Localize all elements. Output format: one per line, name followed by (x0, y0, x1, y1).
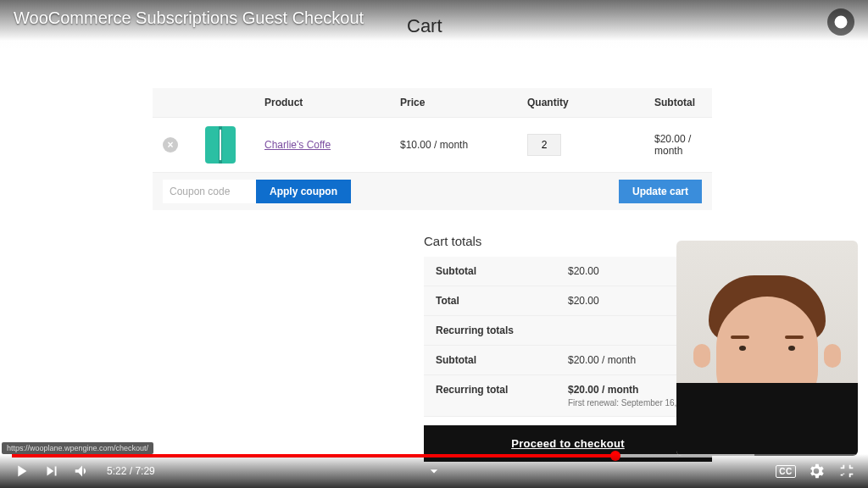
total-label: Total (436, 295, 568, 307)
play-button[interactable] (12, 462, 31, 480)
presenter-webcam (676, 241, 858, 456)
product-thumbnail[interactable] (205, 126, 236, 164)
product-link[interactable]: Charlie's Coffe (264, 139, 331, 151)
quantity-input[interactable] (527, 134, 561, 156)
subtotal-cell: $20.00 / month (654, 133, 702, 157)
next-button[interactable] (42, 462, 61, 480)
time-display: 5:22 / 7:29 (107, 465, 155, 477)
chapters-chevron[interactable] (426, 463, 442, 483)
col-price: Price (400, 97, 527, 108)
next-icon (42, 462, 61, 480)
cart-table: Product Price Quantity Subtotal × Charli… (153, 88, 712, 210)
settings-button[interactable] (807, 462, 826, 480)
volume-button[interactable] (73, 462, 92, 480)
recurring-heading: Recurring totals (436, 324, 568, 336)
cart-totals: Cart totals Subtotal$20.00 Total$20.00 R… (424, 234, 712, 417)
col-quantity: Quantity (527, 97, 654, 108)
video-player: Cart Product Price Quantity Subtotal × C… (0, 0, 868, 488)
status-url-tooltip: https://wooplane.wpengine.com/checkout/ (2, 442, 153, 454)
table-row: × Charlie's Coffe $10.00 / month $20.00 … (153, 118, 712, 173)
play-icon (12, 462, 31, 480)
apply-coupon-button[interactable]: Apply coupon (256, 180, 351, 203)
exit-fullscreen-button[interactable] (837, 462, 856, 480)
subtotal-label: Subtotal (436, 265, 568, 277)
recurring-subtotal-label: Subtotal (436, 354, 568, 366)
coupon-row: Apply coupon Update cart (153, 173, 712, 210)
volume-icon (73, 462, 92, 480)
table-header: Product Price Quantity Subtotal (153, 88, 712, 118)
gear-icon (807, 462, 826, 480)
chevron-down-icon (426, 463, 442, 480)
video-title: WooCommerce Subscriptions Guest Checkout (14, 8, 827, 28)
recurring-total-label: Recurring total (436, 384, 568, 408)
cart-totals-heading: Cart totals (424, 234, 712, 248)
price-cell: $10.00 / month (400, 139, 527, 151)
remove-item-button[interactable]: × (163, 137, 178, 152)
update-cart-button[interactable]: Update cart (619, 180, 702, 203)
exit-fullscreen-icon (837, 462, 856, 480)
col-product: Product (264, 97, 400, 108)
captions-button[interactable]: CC (776, 462, 795, 480)
video-title-bar: WooCommerce Subscriptions Guest Checkout (0, 0, 868, 41)
watch-later-button[interactable] (827, 8, 854, 36)
coupon-input[interactable] (163, 180, 256, 203)
col-subtotal: Subtotal (654, 97, 702, 108)
clock-icon (833, 14, 849, 30)
cc-icon: CC (776, 465, 795, 478)
